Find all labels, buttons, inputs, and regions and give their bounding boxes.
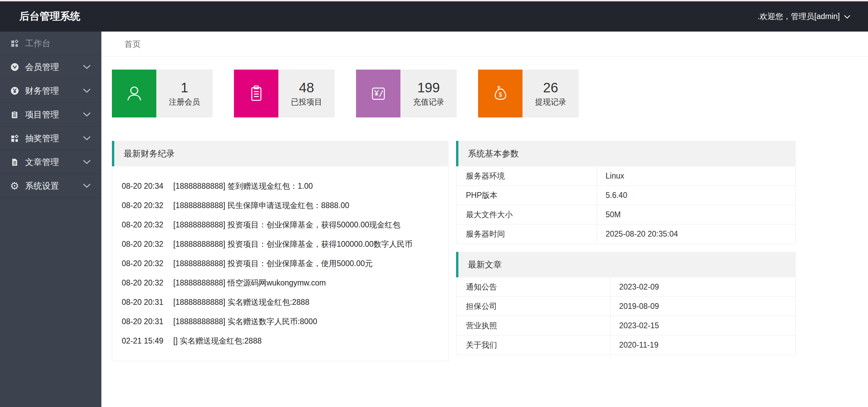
record-text: [] 实名赠送现金红包:2888	[173, 336, 262, 346]
console-grid-icon	[9, 134, 20, 143]
stat-value: 48	[299, 80, 314, 95]
app-title: 后台管理系统	[19, 10, 80, 23]
table-row: 关于我们 2020-11-19	[456, 335, 795, 355]
finance-record-row: 08-20 20:31 [18888888888] 实名赠送数字人民币:8000	[112, 312, 448, 331]
article-title: 关于我们	[456, 335, 611, 355]
param-label: 服务器环境	[456, 166, 597, 185]
param-label: 服务器时间	[456, 224, 597, 244]
table-row: 最大文件大小 50M	[456, 205, 795, 224]
finance-record-list: 08-20 20:34 [18888888888] 签到赠送现金红包：1.00 …	[112, 166, 449, 361]
latest-articles-header: 最新文章	[456, 252, 796, 277]
param-label: PHP版本	[456, 186, 597, 205]
param-value: 50M	[597, 205, 795, 224]
finance-panel: 最新财务纪录 08-20 20:34 [18888888888] 签到赠送现金红…	[112, 141, 449, 361]
stat-card-invested-projects[interactable]: 48 已投项目	[234, 70, 335, 117]
table-row: 通知公告 2023-02-09	[456, 277, 795, 297]
sidebar-item-label: 工作台	[25, 38, 51, 49]
record-time: 08-20 20:31	[122, 298, 173, 307]
article-date: 2023-02-09	[611, 277, 795, 296]
record-text: [18888888888] 投资项目：创业保障基金，获得100000.00数字人…	[173, 239, 413, 249]
record-time: 08-20 20:32	[122, 220, 173, 229]
article-date: 2019-08-09	[611, 297, 795, 316]
param-value: Linux	[597, 166, 795, 185]
breadcrumb-home-link[interactable]: 首页	[124, 39, 141, 50]
param-value: 5.6.40	[597, 186, 795, 205]
record-text: [18888888888] 签到赠送现金红包：1.00	[173, 181, 313, 191]
breadcrumb: 首页	[101, 32, 868, 57]
system-params-table: 服务器环境 Linux PHP版本 5.6.40 最大文件大小 50M 服务器时…	[456, 166, 796, 244]
record-time: 08-20 20:32	[122, 240, 173, 249]
table-row: 营业执照 2023-02-15	[456, 316, 795, 335]
finance-record-row: 08-20 20:32 [18888888888] 悟空源码网wukongymw…	[112, 273, 448, 293]
sidebar-item-label: 文章管理	[25, 156, 59, 168]
finance-record-row: 08-20 20:32 [18888888888] 民生保障申请送现金红包：88…	[112, 196, 448, 215]
content-panels: 最新财务纪录 08-20 20:34 [18888888888] 签到赠送现金红…	[112, 141, 796, 361]
stat-card-members[interactable]: 1 注册会员	[112, 70, 213, 117]
stat-value: 1	[181, 80, 188, 95]
record-text: [18888888888] 投资项目：创业保障基金，使用5000.00元	[173, 258, 373, 269]
record-time: 08-20 20:31	[122, 317, 173, 326]
chevron-down-icon	[844, 12, 850, 21]
chevron-down-icon	[83, 89, 91, 93]
param-label: 最大文件大小	[456, 205, 597, 224]
stat-label: 注册会员	[169, 97, 200, 107]
sidebar-item-projects[interactable]: 项目管理	[0, 103, 101, 127]
user-menu[interactable]: .欢迎您，管理员[admin]	[757, 11, 850, 22]
record-text: [18888888888] 投资项目：创业保障基金，获得50000.00现金红包	[173, 220, 400, 230]
record-time: 02-21 15:49	[122, 336, 173, 346]
finance-record-row: 08-20 20:32 [18888888888] 投资项目：创业保障基金，获得…	[112, 215, 448, 235]
table-row: PHP版本 5.6.40	[456, 186, 795, 205]
finance-record-row: 08-20 20:32 [18888888888] 投资项目：创业保障基金，获得…	[112, 235, 448, 254]
stat-value: 199	[417, 80, 440, 95]
record-text: [18888888888] 实名赠送现金红包:2888	[173, 297, 309, 308]
stat-card-recharge-records[interactable]: 199 充值记录	[356, 70, 457, 117]
system-params-header: 系统基本参数	[456, 141, 796, 166]
console-grid-icon	[9, 39, 20, 48]
money-bag-icon: $	[478, 70, 522, 117]
sidebar-item-label: 系统设置	[25, 180, 59, 191]
sidebar-item-label: 财务管理	[25, 85, 59, 96]
sidebar-item-members[interactable]: 会员管理	[0, 55, 101, 79]
sidebar-item-label: 项目管理	[25, 109, 59, 120]
clipboard-icon	[9, 110, 20, 119]
latest-articles-panel: 最新文章 通知公告 2023-02-09 担保公司 2019-08-09 营业执…	[456, 252, 796, 355]
stat-label: 充值记录	[413, 97, 444, 107]
stat-card-body: 199 充值记录	[400, 70, 457, 117]
record-text: [18888888888] 实名赠送数字人民币:8000	[173, 316, 317, 327]
article-title: 通知公告	[456, 277, 611, 296]
gear-icon: ⚙	[9, 181, 20, 191]
chevron-down-icon	[83, 160, 91, 164]
stat-card-body: 48 已投项目	[278, 70, 335, 117]
record-time: 08-20 20:32	[122, 278, 173, 288]
table-row: 担保公司 2019-08-09	[456, 297, 795, 316]
record-text: [18888888888] 悟空源码网wukongymw.com	[173, 278, 326, 288]
stat-card-body: 1 注册会员	[156, 70, 213, 117]
finance-record-row: 08-20 20:31 [18888888888] 实名赠送现金红包:2888	[112, 293, 448, 312]
sidebar-item-workbench[interactable]: 工作台	[0, 32, 101, 55]
sidebar-item-label: 抽奖管理	[25, 133, 59, 144]
stat-card-withdraw-records[interactable]: $ 26 提现记录	[478, 70, 579, 117]
right-column: 系统基本参数 服务器环境 Linux PHP版本 5.6.40 最大文件大小 5…	[456, 141, 796, 361]
record-time: 08-20 20:32	[122, 259, 173, 268]
record-text: [18888888888] 民生保障申请送现金红包：8888.00	[173, 200, 349, 211]
sidebar-item-finance[interactable]: 财务管理	[0, 79, 101, 103]
stat-label: 已投项目	[291, 97, 322, 107]
finance-record-row: 08-20 20:32 [18888888888] 投资项目：创业保障基金，使用…	[112, 254, 448, 273]
chevron-down-icon	[83, 65, 91, 69]
welcome-text: .欢迎您，管理员[admin]	[757, 11, 840, 22]
article-date: 2020-11-19	[611, 335, 795, 355]
sidebar-item-lottery[interactable]: 抽奖管理	[0, 127, 101, 150]
sidebar-item-articles[interactable]: 文章管理	[0, 150, 101, 174]
param-value: 2025-08-20 20:35:04	[597, 224, 795, 244]
sidebar-item-settings[interactable]: ⚙ 系统设置	[0, 174, 101, 198]
svg-text:$: $	[499, 91, 502, 98]
user-icon	[112, 70, 156, 117]
chevron-down-icon	[83, 136, 91, 141]
article-title: 担保公司	[456, 297, 611, 316]
article-date: 2023-02-15	[611, 316, 795, 335]
stat-card-body: 26 提现记录	[522, 70, 579, 117]
sidebar: 工作台 会员管理 财务管理	[0, 32, 101, 407]
document-icon	[9, 158, 20, 167]
finance-panel-header: 最新财务纪录	[112, 141, 449, 166]
record-time: 08-20 20:34	[122, 182, 173, 191]
